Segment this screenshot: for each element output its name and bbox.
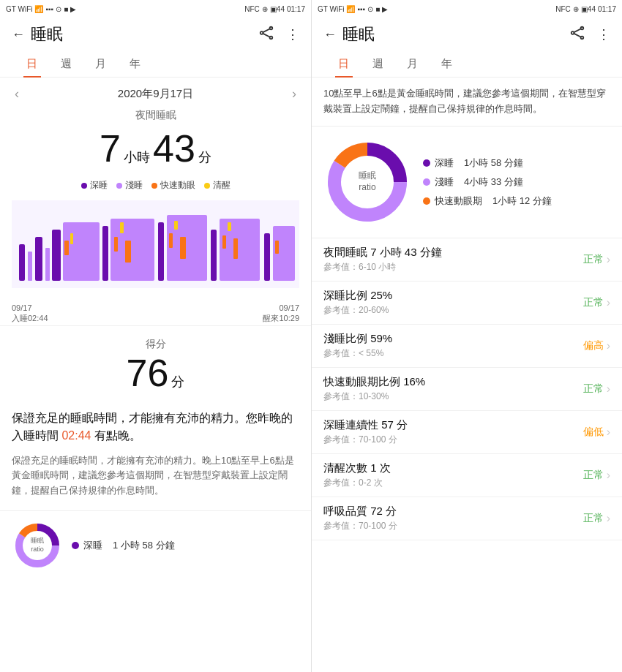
tab-month-left[interactable]: 月 bbox=[83, 51, 118, 77]
svg-rect-18 bbox=[125, 241, 131, 263]
bluetooth-icon: ⊕ bbox=[262, 5, 268, 13]
legend-label-deep: 深睡 bbox=[90, 179, 108, 192]
metric-ref-0: 參考值：6-10 小時 bbox=[323, 261, 583, 273]
sleep-end-time: 醒來10:29 bbox=[263, 313, 299, 323]
metric-ref-1: 參考值：20-60% bbox=[323, 304, 583, 317]
tab-year-right[interactable]: 年 bbox=[430, 51, 464, 77]
metric-row-1[interactable]: 深睡比例 25% 參考值：20-60% 正常 › bbox=[312, 282, 622, 325]
tabs-right: 日 週 月 年 bbox=[312, 51, 622, 78]
legend-dot-light bbox=[116, 183, 122, 189]
svg-rect-22 bbox=[174, 221, 178, 230]
svg-rect-28 bbox=[233, 238, 238, 259]
page-title-right: 睡眠 bbox=[342, 23, 375, 45]
metric-row-6[interactable]: 呼吸品質 72 分 參考值：70-100 分 正常 › bbox=[312, 497, 622, 540]
legend-dot-rem bbox=[151, 183, 157, 189]
status-2: 偏高 bbox=[583, 339, 604, 352]
legend-dot-deep bbox=[81, 183, 87, 189]
bottom-stat-deep: 深睡 1 小時 58 分鐘 bbox=[72, 539, 175, 552]
advice-highlight: 保證充足的睡眠時間，才能擁有充沛的精力。您昨晚的入睡時間 02:44 有點晚。 bbox=[0, 401, 311, 450]
media-icon-r: ▶ bbox=[382, 5, 388, 13]
metric-title-0: 夜間睡眠 7 小時 43 分鐘 bbox=[323, 246, 583, 260]
stat-rem: 快速動眼期 1小時 12 分鐘 bbox=[423, 195, 610, 208]
metric-row-0[interactable]: 夜間睡眠 7 小時 43 分鐘 參考值：6-10 小時 正常 › bbox=[312, 238, 622, 282]
legend-dot-awake bbox=[204, 183, 210, 189]
svg-rect-6 bbox=[19, 244, 25, 281]
sleep-type: 夜間睡眠 bbox=[0, 107, 311, 124]
svg-rect-23 bbox=[180, 237, 186, 259]
metric-left-2: 淺睡比例 59% 參考值：< 55% bbox=[323, 332, 583, 360]
metric-right-5: 正常 › bbox=[583, 469, 610, 482]
metric-right-6: 正常 › bbox=[583, 512, 610, 525]
bottom-donut-container: 睡眠ratio bbox=[12, 520, 63, 571]
status-0: 正常 bbox=[583, 253, 604, 266]
stat-label-rem-r: 快速動眼期 bbox=[435, 195, 482, 208]
stat-label-light-r: 淺睡 bbox=[435, 175, 454, 189]
metric-ref-4: 參考值：70-100 分 bbox=[323, 434, 583, 446]
tab-week-left[interactable]: 週 bbox=[49, 51, 83, 77]
prev-date-btn[interactable]: ‹ bbox=[12, 83, 22, 105]
header-right-group: ← 睡眠 bbox=[323, 23, 375, 45]
metric-row-4[interactable]: 深睡連續性 57 分 參考值：70-100 分 偏低 › bbox=[312, 411, 622, 454]
chevron-5: › bbox=[607, 469, 610, 482]
score-unit: 分 bbox=[171, 373, 184, 390]
metric-title-5: 清醒次數 1 次 bbox=[323, 461, 583, 475]
tab-week-right[interactable]: 週 bbox=[361, 51, 395, 77]
legend-label-light: 淺睡 bbox=[125, 179, 143, 192]
metric-ref-3: 參考值：10-30% bbox=[323, 390, 583, 403]
metric-row-2[interactable]: 淺睡比例 59% 參考值：< 55% 偏高 › bbox=[312, 325, 622, 368]
sleep-end-date: 09/17 bbox=[263, 303, 299, 313]
date-nav: ‹ 2020年9月17日 › bbox=[0, 78, 311, 107]
score-section: 得分 76 分 bbox=[0, 325, 311, 401]
cast-icon: ■ bbox=[64, 5, 68, 13]
chevron-4: › bbox=[607, 426, 610, 439]
menu-icon-left[interactable]: ⋮ bbox=[286, 26, 299, 42]
svg-rect-29 bbox=[264, 233, 270, 281]
right-panel: GT WiFi 📶 ▪▪▪ ⊙ ■ ▶ NFC ⊕ ▣44 01:17 ← 睡眠 bbox=[311, 0, 622, 672]
signal-icon-r: ▪▪▪ bbox=[357, 5, 365, 13]
tab-day-right[interactable]: 日 bbox=[326, 51, 361, 77]
content-right: 10點至早上6點是黃金睡眠時間，建議您參考這個期間，在智慧型穿戴裝置上設定鬧鐘，… bbox=[312, 78, 622, 672]
route-icon-left[interactable] bbox=[258, 25, 274, 45]
battery-icon: ▣44 bbox=[270, 5, 285, 13]
metric-title-6: 呼吸品質 72 分 bbox=[323, 505, 583, 518]
sleep-start-date: 09/17 bbox=[12, 303, 48, 313]
stat-value-deep: 1 小時 58 分鐘 bbox=[113, 539, 175, 552]
nfc-right-icon-r: NFC bbox=[555, 5, 571, 13]
svg-point-37 bbox=[581, 26, 584, 29]
menu-icon-right[interactable]: ⋮ bbox=[597, 26, 610, 42]
route-icon-right[interactable] bbox=[569, 25, 585, 45]
status-3: 正常 bbox=[583, 382, 604, 396]
back-button-left[interactable]: ← bbox=[12, 27, 25, 42]
metric-ref-5: 參考值：0-2 次 bbox=[323, 477, 583, 489]
status-left: GT WiFi 📶 ▪▪▪ ⊙ ■ ▶ bbox=[6, 5, 76, 13]
next-date-btn[interactable]: › bbox=[289, 83, 299, 105]
tab-year-left[interactable]: 年 bbox=[118, 51, 152, 77]
donut-stats-section: 睡眠 ratio 深睡 1小時 58 分鐘 淺睡 4小時 33 分鐘 快速動 bbox=[312, 127, 622, 238]
tabs-left: 日 週 月 年 bbox=[0, 51, 311, 78]
tab-day-left[interactable]: 日 bbox=[15, 51, 49, 77]
wifi-icon: 📶 bbox=[34, 5, 43, 13]
sleep-chart bbox=[12, 200, 299, 295]
chevron-1: › bbox=[607, 296, 610, 309]
sleep-legend: 深睡 淺睡 快速動眼 清醒 bbox=[0, 176, 311, 195]
tab-month-right[interactable]: 月 bbox=[395, 51, 430, 77]
svg-rect-17 bbox=[120, 222, 124, 233]
info-banner: 10點至早上6點是黃金睡眠時間，建議您參考這個期間，在智慧型穿戴裝置上設定鬧鐘，… bbox=[312, 78, 622, 127]
wifi-icon-r: 📶 bbox=[346, 5, 355, 13]
svg-rect-24 bbox=[211, 230, 217, 281]
stat-dot-light-r bbox=[423, 178, 430, 186]
nfc-icon: ⊙ bbox=[56, 5, 61, 13]
metric-row-5[interactable]: 清醒次數 1 次 參考值：0-2 次 正常 › bbox=[312, 454, 622, 497]
back-button-right[interactable]: ← bbox=[323, 27, 337, 42]
advice-time-highlight: 02:44 bbox=[61, 429, 91, 442]
chevron-3: › bbox=[607, 382, 610, 396]
metric-left-5: 清醒次數 1 次 參考值：0-2 次 bbox=[323, 461, 583, 489]
donut-label-line1: 睡眠 bbox=[359, 170, 376, 181]
legend-deep: 深睡 bbox=[81, 179, 108, 192]
legend-awake: 清醒 bbox=[204, 179, 231, 192]
svg-rect-12 bbox=[64, 241, 69, 255]
metric-title-2: 淺睡比例 59% bbox=[323, 332, 583, 346]
metric-left-1: 深睡比例 25% 參考值：20-60% bbox=[323, 289, 583, 317]
metric-row-3[interactable]: 快速動眼期比例 16% 參考值：10-30% 正常 › bbox=[312, 368, 622, 411]
date-display: 2020年9月17日 bbox=[118, 87, 193, 101]
